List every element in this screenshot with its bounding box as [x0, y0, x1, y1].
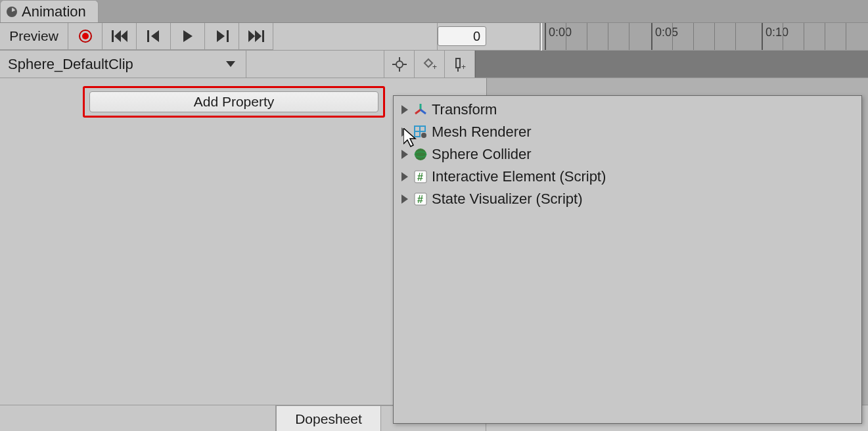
- toolbar: Preview 0 0:00 0:05 0:10: [0, 23, 868, 51]
- svg-marker-8: [183, 30, 193, 42]
- tab-bar: Animation: [0, 0, 868, 23]
- svg-rect-22: [456, 58, 460, 68]
- property-item-transform[interactable]: Transform: [394, 99, 861, 121]
- clip-dropdown[interactable]: Sphere_DefaultClip: [0, 51, 246, 78]
- ruler-minor-tick: [608, 23, 608, 50]
- expand-icon: [401, 150, 408, 159]
- animation-tab[interactable]: Animation: [0, 0, 99, 22]
- svg-point-32: [415, 148, 426, 160]
- toolbar-spacer-2: [490, 23, 540, 50]
- property-item-mesh-renderer[interactable]: Mesh Renderer: [394, 121, 861, 143]
- preview-button[interactable]: Preview: [0, 23, 68, 50]
- play-button[interactable]: [171, 23, 205, 50]
- record-button[interactable]: [68, 23, 103, 50]
- ruler-minor-tick: [714, 23, 715, 50]
- add-property-button[interactable]: Add Property: [89, 91, 378, 112]
- svg-text:#: #: [417, 194, 423, 205]
- svg-rect-6: [147, 30, 149, 42]
- expand-icon: [401, 127, 408, 137]
- property-item-interactive-element[interactable]: # Interactive Element (Script): [394, 166, 861, 188]
- mesh-renderer-icon: [413, 125, 428, 139]
- ruler-tick: 0:10: [762, 23, 763, 50]
- property-label: Interactive Element (Script): [432, 168, 606, 185]
- svg-text:+: +: [461, 62, 466, 72]
- ruler-minor-tick: [804, 23, 804, 50]
- record-icon: [78, 29, 93, 43]
- ruler-label: 0:00: [549, 26, 572, 39]
- first-frame-button[interactable]: [103, 23, 137, 50]
- svg-point-31: [421, 133, 426, 138]
- next-key-button[interactable]: [205, 23, 239, 50]
- svg-text:#: #: [417, 171, 423, 183]
- ruler-minor-tick: [693, 23, 694, 50]
- svg-rect-28: [415, 126, 420, 131]
- last-frame-button[interactable]: [239, 23, 273, 50]
- property-label: Transform: [432, 101, 497, 118]
- sphere-collider-icon: [413, 147, 428, 162]
- ruler-minor-tick: [846, 23, 846, 50]
- bottom-spacer: [0, 405, 276, 431]
- ruler-tick: 0:05: [651, 23, 652, 50]
- svg-marker-12: [255, 30, 262, 42]
- svg-marker-11: [248, 30, 255, 42]
- script-icon: #: [413, 192, 428, 206]
- expand-icon: [401, 105, 408, 114]
- ruler-minor-tick: [672, 23, 673, 50]
- add-property-popup: Transform Mesh Renderer Sphere Collider …: [393, 95, 862, 424]
- first-frame-icon: [112, 30, 127, 42]
- property-label: Sphere Collider: [432, 146, 532, 163]
- add-keyframe-button[interactable]: +: [415, 51, 445, 78]
- svg-line-26: [415, 110, 421, 114]
- ruler-minor-tick: [735, 23, 736, 50]
- timeline-track-header: [475, 51, 868, 78]
- event-plus-icon: +: [453, 57, 467, 72]
- dropdown-caret-icon: [226, 61, 235, 68]
- add-property-highlight: Add Property: [83, 86, 385, 118]
- ruler-minor-tick: [825, 23, 825, 50]
- ruler-minor-tick: [629, 23, 629, 50]
- prev-key-button[interactable]: [137, 23, 171, 50]
- ruler-label: 0:10: [765, 26, 788, 39]
- svg-marker-5: [121, 30, 127, 42]
- svg-point-2: [82, 33, 89, 39]
- ruler-minor-tick: [783, 23, 783, 50]
- clip-row: Sphere_DefaultClip + +: [0, 51, 868, 78]
- prev-key-icon: [147, 30, 160, 42]
- svg-marker-4: [114, 30, 121, 42]
- add-event-button[interactable]: +: [445, 51, 475, 78]
- timeline-ruler[interactable]: 0:00 0:05 0:10: [540, 23, 868, 50]
- svg-text:+: +: [432, 62, 437, 72]
- clock-icon: [6, 6, 18, 18]
- svg-marker-9: [217, 30, 225, 42]
- diamond-plus-icon: +: [423, 57, 437, 72]
- property-label: State Visualizer (Script): [432, 191, 582, 208]
- playhead[interactable]: [541, 23, 542, 51]
- svg-marker-7: [151, 30, 159, 42]
- dopesheet-tab[interactable]: Dopesheet: [276, 405, 381, 431]
- next-key-icon: [216, 30, 229, 42]
- svg-rect-29: [420, 126, 425, 131]
- frame-input[interactable]: 0: [438, 26, 486, 46]
- property-item-sphere-collider[interactable]: Sphere Collider: [394, 143, 861, 166]
- play-icon: [182, 30, 194, 42]
- expand-icon: [401, 194, 408, 204]
- svg-marker-20: [424, 59, 432, 67]
- transform-icon: [413, 102, 428, 117]
- svg-rect-13: [262, 30, 264, 42]
- ruler-minor-tick: [566, 23, 566, 50]
- ruler-tick: 0:00: [545, 23, 546, 50]
- ruler-minor-tick: [587, 23, 587, 50]
- expand-icon: [401, 172, 408, 181]
- svg-rect-10: [227, 30, 229, 42]
- svg-rect-3: [112, 30, 114, 42]
- toolbar-spacer: [273, 23, 438, 50]
- property-item-state-visualizer[interactable]: # State Visualizer (Script): [394, 188, 861, 210]
- property-label: Mesh Renderer: [432, 124, 532, 141]
- script-icon: #: [413, 170, 428, 184]
- ruler-label: 0:05: [655, 26, 678, 39]
- svg-point-15: [396, 61, 403, 68]
- crosshair-icon: [392, 57, 407, 72]
- filter-by-selection-button[interactable]: [384, 51, 415, 78]
- last-frame-icon: [248, 30, 264, 42]
- svg-rect-30: [415, 131, 420, 137]
